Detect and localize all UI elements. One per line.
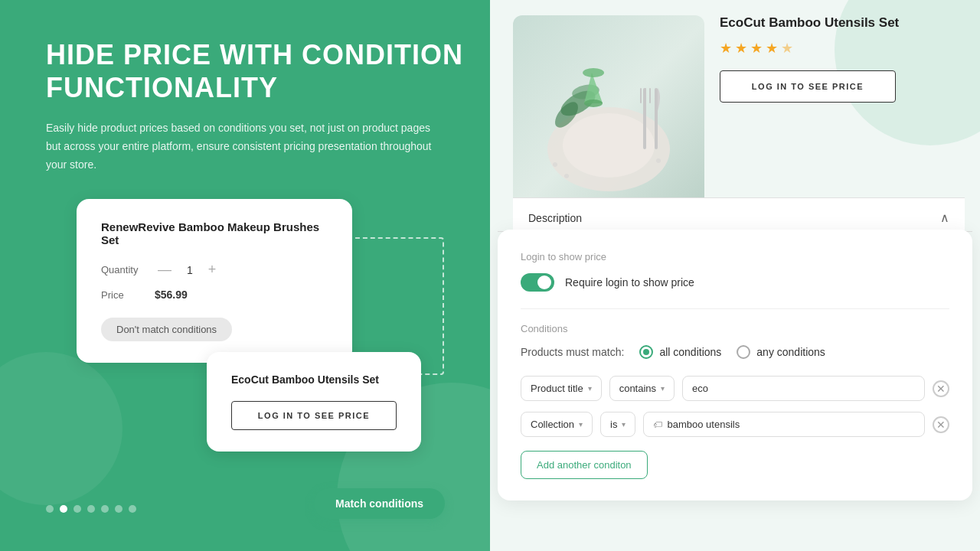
svg-point-1 xyxy=(563,113,655,178)
star-3: ★ xyxy=(750,40,763,57)
toggle-label: Require login to show price xyxy=(565,276,694,289)
dot-2[interactable] xyxy=(74,505,81,513)
row1-field-label: Product title xyxy=(531,383,583,394)
row2-value-label: bamboo utensils xyxy=(667,419,740,430)
left-section: HIDE PRICE WITH CONDITION FUNCTIONALITY … xyxy=(0,0,521,551)
dot-4[interactable] xyxy=(101,505,109,513)
description-chevron-icon: ∧ xyxy=(940,210,949,225)
row1-operator-label: contains xyxy=(619,383,656,394)
svg-rect-3 xyxy=(640,88,642,103)
login-section-label: Login to show price xyxy=(521,251,949,262)
match-conditions-btn[interactable]: Match conditions xyxy=(314,488,445,519)
condition-row-2: Collection ▾ is ▾ 🏷 bamboo utensils ✕ xyxy=(521,412,949,437)
star-4: ★ xyxy=(766,40,778,57)
dot-5[interactable] xyxy=(115,505,122,513)
all-conditions-radio[interactable]: all conditions xyxy=(639,345,721,359)
dot-6[interactable] xyxy=(129,505,136,513)
star-2: ★ xyxy=(735,40,747,57)
qty-plus-btn[interactable]: + xyxy=(205,262,220,278)
product-detail-title: EcoCut Bamboo Utensils Set xyxy=(720,15,965,31)
row1-operator-select[interactable]: contains ▾ xyxy=(609,376,675,401)
row1-value-input[interactable] xyxy=(682,376,925,401)
add-condition-btn[interactable]: Add another conditon xyxy=(521,451,648,479)
any-conditions-radio-circle[interactable] xyxy=(737,345,750,359)
require-login-toggle[interactable] xyxy=(521,273,554,292)
product-image xyxy=(513,15,704,222)
right-section: EcoCut Bamboo Utensils Set ★ ★ ★ ★ ★ LOG… xyxy=(490,0,980,551)
quantity-label: Quantity xyxy=(101,264,155,276)
toggle-thumb xyxy=(537,276,551,289)
row2-field-select[interactable]: Collection ▾ xyxy=(521,412,593,437)
svg-rect-4 xyxy=(645,88,646,103)
row2-value-container: 🏷 bamboo utensils xyxy=(643,412,925,437)
row1-field-select[interactable]: Product title ▾ xyxy=(521,376,602,401)
dot-0[interactable] xyxy=(46,505,54,513)
main-description: Easily hide product prices based on cond… xyxy=(46,119,444,174)
svg-point-11 xyxy=(584,99,603,107)
row1-operator-chevron-icon: ▾ xyxy=(661,384,665,393)
qty-value: 1 xyxy=(187,264,193,276)
star-5: ★ xyxy=(781,40,793,57)
carousel-dots xyxy=(46,505,136,513)
svg-point-12 xyxy=(553,162,557,167)
card1-title: RenewRevive Bamboo Makeup Brushes Set xyxy=(101,220,328,246)
tag-icon: 🏷 xyxy=(653,419,662,430)
dot-1[interactable] xyxy=(60,505,67,513)
must-match-row: Products must match: all conditions any … xyxy=(521,345,949,359)
card-match: EcoCut Bamboo Utensils Set LOG IN TO SEE… xyxy=(207,352,421,452)
dont-match-badge[interactable]: Don't match conditions xyxy=(101,318,232,341)
price-label: Price xyxy=(101,289,155,301)
star-1: ★ xyxy=(720,40,732,57)
row2-operator-select[interactable]: is ▾ xyxy=(600,412,635,437)
toggle-row: Require login to show price xyxy=(521,273,949,292)
quantity-field: Quantity — 1 + xyxy=(101,262,328,278)
product-stars: ★ ★ ★ ★ ★ xyxy=(720,40,965,57)
row2-remove-btn[interactable]: ✕ xyxy=(933,416,949,433)
row1-field-chevron-icon: ▾ xyxy=(588,384,592,393)
any-conditions-label: any conditions xyxy=(756,346,825,358)
qty-minus-btn[interactable]: — xyxy=(155,262,175,278)
card-dont-match: RenewRevive Bamboo Makeup Brushes Set Qu… xyxy=(77,199,352,363)
panel-divider xyxy=(521,308,949,309)
svg-point-14 xyxy=(656,158,661,163)
svg-point-10 xyxy=(583,68,604,77)
conditions-label: Conditions xyxy=(521,323,949,334)
dot-3[interactable] xyxy=(87,505,95,513)
any-conditions-radio[interactable]: any conditions xyxy=(737,345,825,359)
card2-title: EcoCut Bamboo Utensils Set xyxy=(231,373,397,386)
card2-login-btn[interactable]: LOG IN TO SEE PRICE xyxy=(231,401,397,430)
row2-operator-chevron-icon: ▾ xyxy=(622,420,626,429)
qty-control[interactable]: — 1 + xyxy=(155,262,219,278)
product-login-btn[interactable]: LOG IN TO SEE PRICE xyxy=(720,70,896,103)
row2-field-chevron-icon: ▾ xyxy=(579,420,583,429)
condition-row-1: Product title ▾ contains ▾ ✕ xyxy=(521,376,949,401)
row2-operator-label: is xyxy=(610,419,617,430)
row2-field-label: Collection xyxy=(531,419,574,430)
product-illustration xyxy=(524,27,693,210)
product-detail: EcoCut Bamboo Utensils Set ★ ★ ★ ★ ★ LOG… xyxy=(720,15,965,103)
all-conditions-radio-circle[interactable] xyxy=(639,345,653,359)
svg-rect-6 xyxy=(655,88,658,149)
all-conditions-label: all conditions xyxy=(659,346,721,358)
must-match-label: Products must match: xyxy=(521,346,624,358)
price-value: $56.99 xyxy=(155,289,188,301)
main-title: HIDE PRICE WITH CONDITION FUNCTIONALITY xyxy=(46,38,475,104)
description-label: Description xyxy=(528,212,582,224)
product-img-placeholder xyxy=(513,15,704,222)
price-field: Price $56.99 xyxy=(101,289,328,301)
svg-point-13 xyxy=(564,174,569,178)
row1-remove-btn[interactable]: ✕ xyxy=(933,380,949,397)
svg-rect-5 xyxy=(649,88,651,103)
condition-panel: Login to show price Require login to sho… xyxy=(498,230,972,500)
